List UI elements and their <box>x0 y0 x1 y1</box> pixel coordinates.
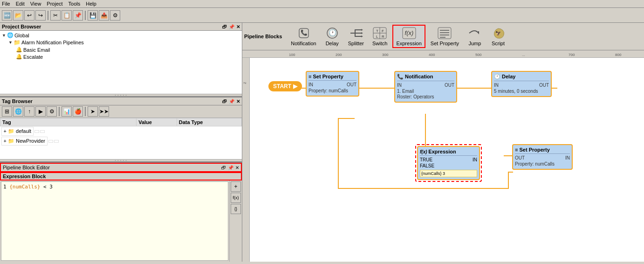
tag-browser-close[interactable]: ✕ <box>236 99 240 104</box>
tree-item-alarm-pipelines[interactable]: ▼ 📁 Alarm Notification Pipelines <box>1 39 241 46</box>
editor-btn-plus[interactable]: + <box>231 181 241 192</box>
svg-text:📞: 📞 <box>300 29 307 36</box>
svg-text:800: 800 <box>615 53 622 57</box>
pipe-btn-set-property-label: Set Property <box>431 41 459 46</box>
tag-toolbar-btn3[interactable]: ↑ <box>24 106 34 117</box>
project-browser-resize[interactable]: • • • • • <box>0 94 242 97</box>
set-property-1-out: OUT <box>347 82 356 87</box>
project-browser-restore[interactable]: 🗗 <box>222 24 227 29</box>
set-property-2-out: OUT <box>515 155 525 160</box>
start-label: START <box>273 83 291 90</box>
svg-text:T: T <box>376 29 378 33</box>
set-property-1-label: Set Property <box>313 74 343 79</box>
editor-pin[interactable]: 📌 <box>228 165 233 170</box>
tree-item-global[interactable]: ▼ 🌐 Global <box>1 32 241 39</box>
pipe-btn-switch-label: Switch <box>372 41 387 46</box>
toolbar-publish[interactable]: 📤 <box>99 10 109 21</box>
start-block[interactable]: START ▶ <box>268 81 302 91</box>
tag-browser-header: Tag Browser 🗗 📌 ✕ <box>0 97 242 105</box>
toolbar-paste[interactable]: 📌 <box>73 10 83 21</box>
notification-icon: 📞 <box>296 27 311 40</box>
tree-label-global: Global <box>14 33 29 38</box>
tag-dtype-newprovider <box>54 140 59 143</box>
pipe-btn-switch[interactable]: TFLR Switch <box>369 25 391 48</box>
pipe-btn-notification[interactable]: 📞 Notification <box>288 25 319 48</box>
editor-restore[interactable]: 🗗 <box>221 165 226 170</box>
tree-item-basic-email[interactable]: 🔔 Basic Email <box>1 46 241 53</box>
tag-toolbar-btn7[interactable]: 🍎 <box>73 106 83 117</box>
pipeline-blocks-toolbar: Pipeline Blocks 📞 Notification 🕐 Delay S… <box>242 23 644 50</box>
tag-toolbar-btn1[interactable]: ⊞ <box>2 106 12 117</box>
tag-browser-toolbar: ⊞ 🌐 ↑ ▶ ⚙ 📊 🍎 ➤ ➤➤ <box>0 105 242 118</box>
menu-edit[interactable]: Edit <box>16 1 25 7</box>
pipeline-canvas[interactable]: 100 200 300 400 500 ... 700 800 Z <box>242 50 644 262</box>
delay-block[interactable]: 🕐 Delay IN OUT 5 minutes, 0 seconds <box>491 71 552 97</box>
pipe-btn-expression[interactable]: f(x) Expression <box>392 25 425 48</box>
tag-row-default[interactable]: + 📁 default <box>0 126 137 136</box>
editor-content[interactable]: 1 {numCalls} < 3 <box>1 181 228 261</box>
svg-text:700: 700 <box>569 53 575 57</box>
delay-icon: 🕐 <box>325 27 340 40</box>
editor-btn-braces[interactable]: {} <box>231 204 241 214</box>
pipe-btn-notification-label: Notification <box>291 41 316 46</box>
toolbar-undo[interactable]: ↩ <box>24 10 34 21</box>
tree-item-escalate[interactable]: 🔔 Escalate <box>1 53 241 60</box>
tag-toolbar-btn6[interactable]: 📊 <box>62 106 72 117</box>
toolbar-cut[interactable]: ✂ <box>50 10 61 21</box>
tag-toolbar-btn8[interactable]: ➤ <box>88 106 98 117</box>
tag-row-newprovider[interactable]: + 📁 NewProvider <box>0 136 137 146</box>
tag-browser-resize[interactable]: • • • • • <box>0 159 242 162</box>
tag-col-value: Value <box>137 118 177 126</box>
tag-toolbar-btn4[interactable]: ▶ <box>35 106 46 117</box>
pipe-btn-delay[interactable]: 🕐 Delay <box>322 25 343 48</box>
tree-label-basic-email: Basic Email <box>23 47 50 53</box>
pipe-btn-script-label: Script <box>492 41 505 46</box>
project-browser-close[interactable]: ✕ <box>236 24 240 29</box>
tag-toolbar-btn9[interactable]: ➤➤ <box>99 106 109 117</box>
toolbar-redo[interactable]: ↪ <box>35 10 46 21</box>
toolbar-sep-1 <box>48 11 48 20</box>
svg-text:300: 300 <box>382 53 389 57</box>
tag-table: Tag Value Data Type + 📁 default <box>0 118 242 146</box>
expression-block-outer: f(x) Expression TRUE IN FALSE {numCalls}… <box>415 144 482 182</box>
toolbar-config[interactable]: ⚙ <box>110 10 120 21</box>
editor-close[interactable]: ✕ <box>235 165 239 170</box>
set-property-2-io: OUT IN <box>515 155 570 160</box>
tag-browser-restore[interactable]: 🗗 <box>222 99 227 104</box>
expression-label: Expression <box>428 149 456 154</box>
menu-tools[interactable]: Tools <box>69 1 81 7</box>
expr-line-num: 1 <box>3 184 9 190</box>
tag-col-datatype: Data Type <box>177 118 241 126</box>
tag-browser-pin[interactable]: 📌 <box>229 99 234 104</box>
pipe-btn-set-property[interactable]: Set Property <box>427 25 462 48</box>
menu-file[interactable]: File <box>2 1 10 7</box>
tag-sep <box>59 107 60 116</box>
svg-text:400: 400 <box>429 53 435 57</box>
pipe-btn-jump[interactable]: Jump <box>464 25 486 48</box>
toolbar-open[interactable]: 📂 <box>13 10 23 21</box>
set-property-block-2[interactable]: ≡ Set Property OUT IN Property: numCalls <box>512 144 573 170</box>
menu-project[interactable]: Project <box>47 1 62 7</box>
set-property-2-label: Set Property <box>519 147 549 153</box>
notification-block[interactable]: 📞 Notification IN OUT 1. Email Roster: O… <box>394 71 457 103</box>
canvas-area[interactable]: START ▶ ≡ Set Property IN OUT Property: … <box>250 58 644 262</box>
pipe-btn-splitter[interactable]: Splitter <box>345 25 367 48</box>
icon-default-folder: 📁 <box>8 128 14 134</box>
toolbar-save[interactable]: 💾 <box>88 10 98 21</box>
menu-help[interactable]: Help <box>86 1 96 7</box>
expression-block[interactable]: f(x) Expression TRUE IN FALSE {numCalls}… <box>417 146 480 180</box>
editor-btn-fx[interactable]: f(x) <box>231 193 241 203</box>
toolbar-new[interactable]: 🆕 <box>2 10 12 21</box>
jump-icon <box>467 27 482 40</box>
pipe-btn-script[interactable]: 🦅 Script <box>487 25 509 48</box>
notification-label: Notification <box>405 74 433 79</box>
notification-io: IN OUT <box>397 83 454 88</box>
tag-col-tag: Tag <box>0 118 137 126</box>
tag-toolbar-btn5[interactable]: ⚙ <box>47 106 57 117</box>
toolbar-copy[interactable]: 📋 <box>62 10 72 21</box>
tag-sep2 <box>85 107 86 116</box>
menu-view[interactable]: View <box>30 1 41 7</box>
tag-toolbar-btn2[interactable]: 🌐 <box>13 106 23 117</box>
set-property-block-1[interactable]: ≡ Set Property IN OUT Property: numCalls <box>306 71 359 97</box>
project-browser-pin[interactable]: 📌 <box>229 24 234 29</box>
